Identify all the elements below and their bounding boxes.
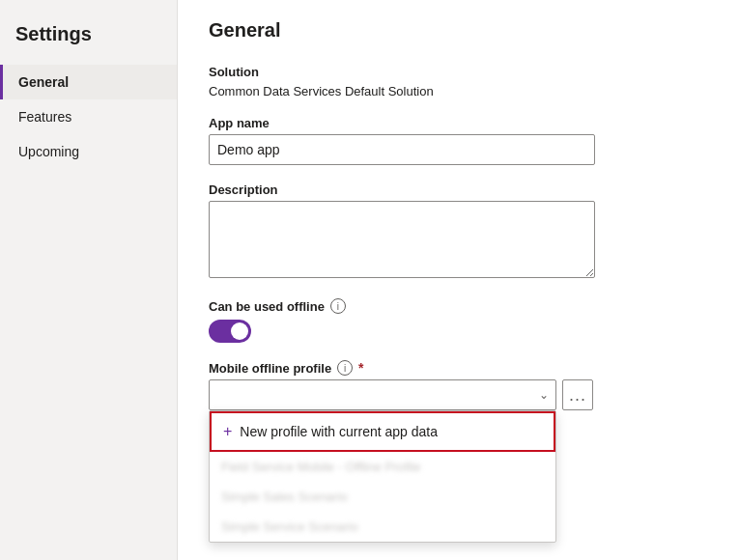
sidebar-title: Settings (0, 15, 177, 65)
blurred-item-3: Simple Service Scenario (210, 512, 555, 542)
sidebar: Settings General Features Upcoming (0, 0, 178, 560)
app-name-input[interactable] (209, 134, 595, 165)
sidebar-item-features[interactable]: Features (0, 99, 177, 134)
more-options-button[interactable]: ... (562, 379, 593, 410)
main-content: General Solution Common Data Services De… (178, 0, 739, 560)
offline-label-row: Can be used offline i (209, 298, 708, 314)
mobile-profile-label-row: Mobile offline profile i * (209, 360, 708, 376)
ellipsis-icon: ... (569, 385, 586, 406)
solution-value: Common Data Services Default Solution (209, 84, 434, 98)
app-name-label: App name (209, 116, 708, 130)
solution-label: Solution (209, 65, 708, 79)
sidebar-item-upcoming[interactable]: Upcoming (0, 134, 177, 169)
dropdown-wrapper: ⌄ (209, 379, 556, 410)
mobile-profile-label: Mobile offline profile (209, 361, 331, 376)
blurred-item-2: Simple Sales Scenario (210, 482, 555, 512)
plus-icon: + (223, 423, 232, 440)
dropdown-menu: + New profile with current app data Fiel… (209, 410, 556, 543)
new-profile-label: New profile with current app data (240, 424, 438, 439)
solution-field: Solution Common Data Services Default So… (209, 65, 708, 98)
mobile-profile-select[interactable] (209, 379, 556, 410)
dropdown-container: ⌄ + New profile with current app data Fi… (209, 379, 556, 410)
mobile-profile-info-icon[interactable]: i (337, 360, 353, 376)
app-name-field: App name (209, 116, 708, 165)
toggle-knob (231, 322, 248, 340)
description-input[interactable] (209, 201, 595, 278)
required-star: * (358, 360, 363, 376)
offline-toggle[interactable] (209, 320, 251, 343)
sidebar-item-general[interactable]: General (0, 65, 177, 99)
offline-info-icon[interactable]: i (330, 298, 346, 314)
description-field: Description (209, 182, 708, 281)
offline-label: Can be used offline (209, 299, 325, 314)
mobile-profile-field: Mobile offline profile i * ⌄ + New profi… (209, 360, 708, 410)
dropdown-row: ⌄ + New profile with current app data Fi… (209, 379, 708, 410)
description-label: Description (209, 182, 708, 197)
new-profile-item[interactable]: + New profile with current app data (210, 411, 555, 452)
page-title: General (209, 19, 708, 42)
blurred-item-1: Field Service Mobile - Offline Profile (210, 452, 555, 482)
offline-toggle-group: Can be used offline i (209, 298, 708, 343)
